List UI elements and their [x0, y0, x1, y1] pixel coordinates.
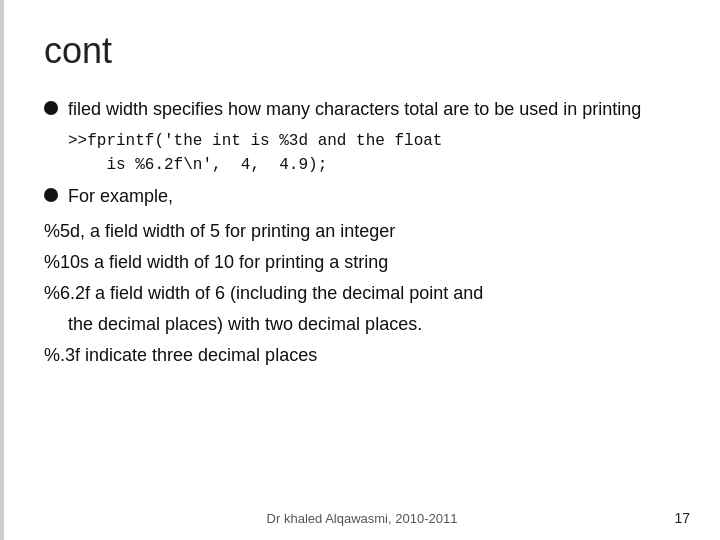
footer-credit: Dr khaled Alqawasmi, 2010-2011 [267, 511, 458, 526]
slide-title: cont [44, 30, 680, 72]
page-number: 17 [674, 510, 690, 526]
footer: Dr khaled Alqawasmi, 2010-2011 [4, 511, 720, 526]
bullet-text-1: filed width specifies how many character… [68, 96, 680, 123]
body-line-4: the decimal places) with two decimal pla… [68, 311, 680, 338]
bullet-item-1: filed width specifies how many character… [44, 96, 680, 123]
body-line-5: %.3f indicate three decimal places [44, 342, 680, 369]
slide: cont filed width specifies how many char… [0, 0, 720, 540]
body-line-2: %10s a field width of 10 for printing a … [44, 249, 680, 276]
bullet-text-2: For example, [68, 183, 680, 210]
body-line-1: %5d, a field width of 5 for printing an … [44, 218, 680, 245]
slide-content: filed width specifies how many character… [44, 96, 680, 369]
code-block: >>fprintf('the int is %3d and the float … [68, 129, 680, 177]
bullet-icon-1 [44, 101, 58, 115]
bullet-icon-2 [44, 188, 58, 202]
body-line-3: %6.2f a field width of 6 (including the … [44, 280, 680, 307]
bullet-item-2: For example, [44, 183, 680, 210]
